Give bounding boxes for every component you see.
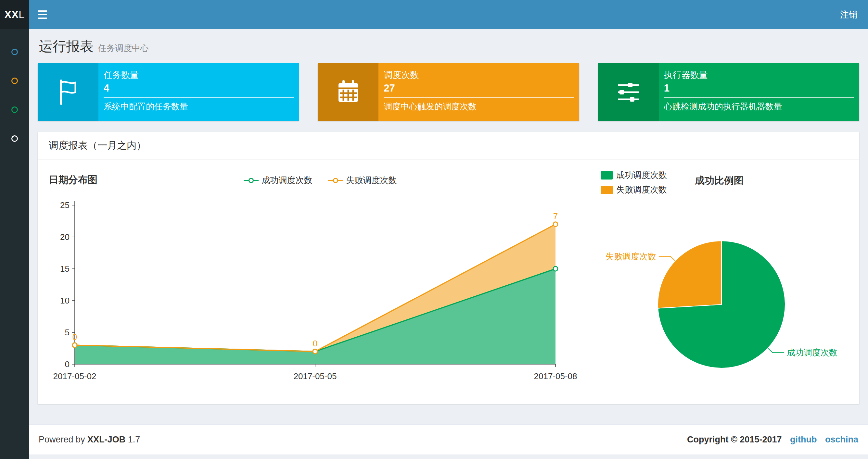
hamburger-icon: [38, 10, 47, 12]
logo[interactable]: XXL: [0, 0, 29, 29]
navbar-right: 注销: [840, 0, 868, 29]
legend-label: 成功调度次数: [616, 169, 667, 181]
info-box-jobs: 任务数量 4 系统中配置的任务数量: [38, 63, 299, 121]
info-box-description: 调度中心触发的调度次数: [384, 101, 574, 112]
report-panel: 调度报表（一月之内） 日期分布图 成功调度次数: [38, 132, 859, 404]
info-box-body: 执行器数量 1 心跳检测成功的执行器机器数量: [659, 63, 859, 121]
info-box-divider: [664, 97, 854, 98]
svg-text:0: 0: [313, 338, 317, 348]
svg-text:25: 25: [60, 200, 69, 210]
svg-text:2017-05-05: 2017-05-05: [294, 371, 337, 381]
legend-label: 失败调度次数: [346, 175, 397, 186]
svg-text:成功调度次数: 成功调度次数: [787, 348, 837, 357]
circle-icon: [11, 77, 18, 84]
panel-title: 调度报表（一月之内）: [38, 132, 859, 160]
info-box-number: 27: [384, 83, 574, 94]
info-box-icon-area: [38, 63, 98, 121]
svg-text:0: 0: [65, 359, 69, 369]
sidebar-toggle-button[interactable]: [29, 0, 56, 29]
powered-by: Powered by XXL-JOB 1.7: [39, 435, 140, 445]
sidebar-item-1[interactable]: [0, 37, 29, 66]
powered-by-prefix: Powered by: [39, 435, 85, 445]
info-box-body: 调度次数 27 调度中心触发的调度次数: [378, 63, 579, 121]
circle-icon: [11, 135, 18, 142]
line-chart-title: 日期分布图: [49, 173, 97, 187]
app-name: XXL-JOB: [87, 435, 125, 445]
sidebar-item-4[interactable]: [0, 124, 29, 153]
legend-item-success[interactable]: 成功调度次数: [244, 175, 312, 186]
info-box-description: 心跳检测成功的执行器机器数量: [664, 101, 854, 112]
pie-chart-title: 成功比例图: [695, 174, 744, 187]
pie-chart-legend: 成功调度次数 失败调度次数: [601, 169, 667, 195]
svg-text:2017-05-02: 2017-05-02: [53, 371, 96, 381]
svg-text:0: 0: [72, 332, 77, 342]
info-box-executors: 执行器数量 1 心跳检测成功的执行器机器数量: [598, 63, 859, 121]
svg-text:2017-05-08: 2017-05-08: [534, 371, 577, 381]
success-ratio-section: 成功调度次数 失败调度次数 成功比例图 成功调度次数失败调度次数: [592, 166, 848, 395]
info-box-divider: [384, 97, 574, 98]
line-chart-header: 日期分布图 成功调度次数: [49, 168, 592, 195]
svg-text:5: 5: [65, 328, 69, 337]
github-link[interactable]: github: [790, 435, 817, 445]
legend-item-fail[interactable]: 失败调度次数: [328, 175, 397, 186]
copyright-text: Copyright © 2015-2017: [687, 435, 782, 445]
info-box-title: 调度次数: [384, 69, 574, 81]
app-version: 1.7: [128, 435, 140, 445]
page-header: 运行报表 任务调度中心: [29, 29, 868, 63]
info-box-divider: [104, 97, 294, 98]
main-content: 运行报表 任务调度中心 任务数量 4 系统中配置的任务数量: [29, 29, 868, 455]
legend-swatch-icon: [601, 186, 613, 194]
svg-text:7: 7: [553, 211, 558, 221]
pie-chart-header: 成功调度次数 失败调度次数 成功比例图: [592, 168, 848, 204]
legend-item-success[interactable]: 成功调度次数: [601, 169, 667, 181]
sidebar: [0, 29, 29, 459]
info-box-triggers: 调度次数 27 调度中心触发的调度次数: [318, 63, 579, 121]
svg-text:20: 20: [60, 232, 69, 242]
legend-line-marker-icon: [328, 178, 343, 183]
info-box-description: 系统中配置的任务数量: [104, 101, 294, 112]
hamburger-icon: [38, 14, 47, 15]
legend-item-fail[interactable]: 失败调度次数: [601, 184, 667, 195]
oschina-link[interactable]: oschina: [825, 435, 858, 445]
legend-swatch-icon: [601, 171, 613, 179]
hamburger-icon: [38, 18, 47, 19]
legend-label: 成功调度次数: [262, 175, 312, 186]
success-ratio-chart[interactable]: 成功调度次数失败调度次数: [592, 204, 848, 386]
logout-link[interactable]: 注销: [840, 9, 858, 21]
logo-text-bold: XX: [4, 8, 19, 21]
sidebar-item-3[interactable]: [0, 95, 29, 124]
date-distribution-chart[interactable]: 05101520252017-05-022017-05-052017-05-08…: [49, 195, 582, 393]
page-title: 运行报表: [39, 37, 94, 56]
circle-icon: [11, 49, 18, 55]
info-box-number: 1: [664, 83, 854, 94]
sidebar-item-2[interactable]: [0, 66, 29, 95]
svg-text:失败调度次数: 失败调度次数: [606, 252, 656, 261]
legend-line-marker-icon: [244, 178, 258, 183]
svg-text:15: 15: [60, 264, 69, 274]
panel-body: 日期分布图 成功调度次数: [38, 160, 859, 404]
info-box-icon-area: [318, 63, 378, 121]
info-box-title: 任务数量: [104, 69, 294, 81]
info-box-title: 执行器数量: [664, 69, 854, 81]
logo-text-rest: L: [19, 8, 24, 21]
info-box-number: 4: [104, 83, 294, 94]
page-subtitle: 任务调度中心: [98, 42, 149, 54]
info-box-icon-area: [598, 63, 659, 121]
line-chart-legend: 成功调度次数 失败调度次数: [49, 168, 592, 186]
info-box-body: 任务数量 4 系统中配置的任务数量: [98, 63, 299, 121]
date-distribution-section: 日期分布图 成功调度次数: [49, 166, 592, 395]
sliders-icon: [614, 78, 643, 106]
info-box-row: 任务数量 4 系统中配置的任务数量: [29, 63, 868, 121]
legend-label: 失败调度次数: [616, 184, 667, 195]
footer-right: Copyright © 2015-2017 github oschina: [687, 435, 858, 445]
circle-icon: [11, 106, 18, 113]
flag-icon: [54, 78, 83, 106]
top-navbar: XXL 注销: [0, 0, 868, 29]
svg-text:10: 10: [60, 296, 69, 305]
footer: Powered by XXL-JOB 1.7 Copyright © 2015-…: [29, 425, 868, 455]
calendar-icon: [334, 78, 363, 106]
